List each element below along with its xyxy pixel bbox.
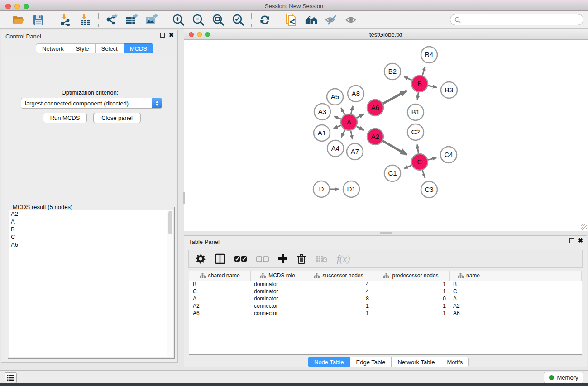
node-table[interactable]: shared nameMCDS rolesuccessor nodesprede… (189, 271, 582, 355)
node-A5[interactable]: A5 (327, 89, 343, 105)
edge-C-C3[interactable] (422, 170, 425, 178)
table-cell[interactable]: connector (250, 302, 305, 310)
optimization-criterion-dropdown[interactable]: largest connected component (directed) (21, 98, 162, 109)
search-box[interactable] (450, 14, 583, 25)
table-cell[interactable]: A2 (449, 302, 488, 310)
node-A[interactable]: A (341, 114, 357, 130)
resize-grip-icon[interactable] (581, 224, 587, 230)
float-panel-icon[interactable] (569, 238, 574, 243)
table-cell[interactable]: 4 (305, 281, 373, 288)
edge-B-B1[interactable] (417, 92, 418, 100)
export-network-icon[interactable] (105, 14, 119, 26)
delete-table-icon[interactable] (315, 255, 328, 263)
table-row[interactable]: A2connector11A2 (189, 302, 582, 310)
open-file-icon[interactable] (12, 14, 25, 26)
edge-A-A4[interactable] (341, 130, 345, 138)
add-column-icon[interactable] (278, 254, 288, 264)
node-B3[interactable]: B3 (441, 82, 457, 98)
node-C1[interactable]: C1 (384, 165, 401, 181)
mcds-result-item[interactable]: B (9, 225, 173, 233)
column-header-name[interactable]: name (449, 271, 488, 281)
table-row[interactable]: Cdominator41C (189, 288, 582, 295)
zoom-out-icon[interactable] (191, 14, 205, 26)
tab-mcds[interactable]: MCDS (124, 43, 153, 53)
table-cell[interactable]: A2 (189, 302, 250, 310)
run-mcds-button[interactable]: Run MCDS (43, 113, 87, 123)
mcds-result-item[interactable]: A (9, 218, 173, 225)
table-cell[interactable]: A (449, 295, 488, 302)
tab-network[interactable]: Network (36, 43, 70, 53)
edge-C-C4[interactable] (428, 158, 436, 160)
node-A8[interactable]: A8 (348, 86, 364, 102)
show-all-icon[interactable] (344, 14, 358, 26)
save-session-icon[interactable] (32, 14, 45, 26)
export-table-icon[interactable] (125, 14, 139, 26)
clone-network-icon[interactable] (285, 14, 298, 26)
table-cell[interactable]: B (189, 281, 250, 288)
select-all-icon[interactable] (234, 256, 247, 262)
table-cell[interactable]: 1 (373, 310, 449, 317)
table-cell[interactable]: C (449, 288, 488, 295)
mcds-result-item[interactable]: A6 (9, 241, 173, 248)
table-cell[interactable]: dominator (250, 288, 305, 295)
first-neighbors-icon[interactable] (305, 14, 318, 26)
edge-A-A6[interactable] (357, 114, 364, 118)
close-panel-icon[interactable]: ✖ (169, 33, 174, 38)
export-image-icon[interactable] (145, 14, 158, 26)
zoom-in-icon[interactable] (172, 14, 185, 26)
tab-style[interactable]: Style (70, 43, 96, 53)
edge-A6-B[interactable] (383, 91, 407, 104)
node-D[interactable]: D (313, 181, 330, 197)
close-panel-icon[interactable]: ✖ (578, 238, 583, 243)
refresh-icon[interactable] (258, 14, 272, 26)
float-panel-icon[interactable] (160, 33, 165, 38)
function-builder-icon[interactable]: f(x) (337, 253, 350, 265)
memory-button[interactable]: Memory (544, 372, 583, 383)
table-cell[interactable]: A6 (449, 310, 488, 317)
table-cell[interactable]: 0 (373, 295, 449, 302)
edge-A-A1[interactable] (334, 125, 341, 129)
scrollbar-thumb[interactable] (168, 211, 172, 234)
edge-A-A5[interactable] (341, 108, 344, 114)
node-A6[interactable]: A6 (367, 100, 383, 116)
node-D1[interactable]: D1 (343, 181, 359, 197)
table-cell[interactable]: 1 (373, 302, 449, 310)
zoom-fit-icon[interactable] (211, 14, 225, 26)
table-cell[interactable]: A (189, 295, 250, 302)
column-header-predecessor-nodes[interactable]: predecessor nodes (373, 271, 449, 281)
edge-A-A2[interactable] (357, 126, 364, 130)
scrollbar-track[interactable] (167, 210, 173, 357)
mcds-result-item[interactable]: C (9, 233, 173, 241)
table-cell[interactable]: 8 (305, 295, 373, 302)
network-window-titlebar[interactable]: testGlobe.txt (184, 29, 588, 40)
node-B[interactable]: B (411, 76, 428, 92)
edge-B-B4[interactable] (422, 67, 425, 76)
splitter-handle[interactable] (183, 192, 185, 204)
node-A7[interactable]: A7 (347, 143, 363, 160)
node-C2[interactable]: C2 (407, 124, 424, 140)
delete-column-icon[interactable] (297, 253, 306, 264)
node-A2[interactable]: A2 (367, 129, 383, 145)
deselect-all-icon[interactable] (256, 256, 269, 262)
edge-A-A8[interactable] (351, 106, 353, 114)
edge-B-B3[interactable] (428, 86, 437, 87)
table-cell[interactable]: 4 (305, 288, 373, 295)
table-cell[interactable]: A6 (189, 310, 250, 317)
table-cell[interactable]: 1 (305, 310, 373, 317)
table-cell[interactable]: dominator (250, 295, 305, 302)
tab-node-table[interactable]: Node Table (308, 357, 350, 367)
edge-A-A3[interactable] (334, 116, 341, 119)
table-row[interactable]: Adominator80A (189, 295, 582, 302)
gear-icon[interactable] (196, 254, 206, 264)
edge-A-A7[interactable] (351, 131, 353, 139)
zoom-selected-icon[interactable] (231, 14, 245, 26)
splitter-handle[interactable] (380, 232, 392, 234)
node-B2[interactable]: B2 (384, 63, 401, 80)
import-table-icon[interactable] (78, 14, 92, 26)
search-input[interactable] (464, 16, 579, 23)
table-cell[interactable]: dominator (250, 281, 305, 288)
edge-A2-C[interactable] (382, 141, 407, 155)
edge-C-C1[interactable] (404, 165, 411, 168)
tab-motifs[interactable]: Motifs (441, 357, 469, 367)
table-row[interactable]: Bdominator41B (189, 281, 582, 288)
